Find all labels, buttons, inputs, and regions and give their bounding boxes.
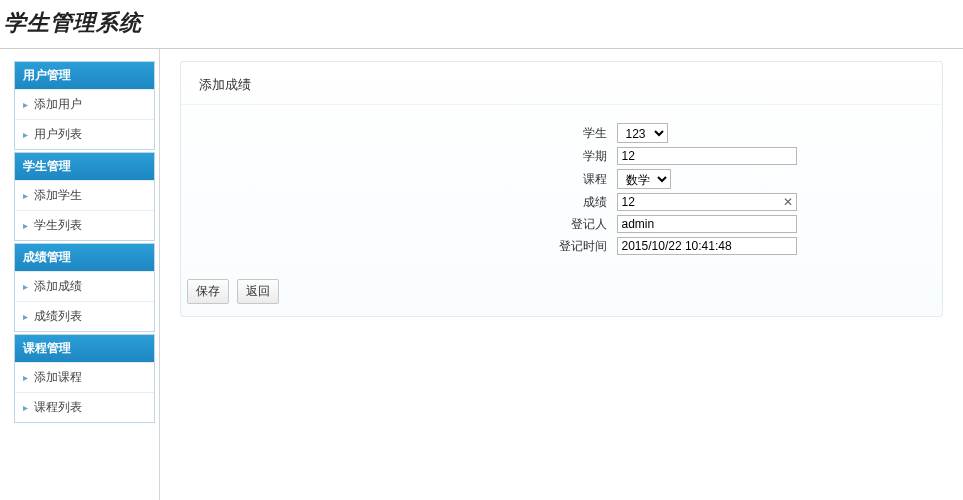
course-select[interactable]: 数学 xyxy=(617,169,671,189)
sidebar-item-label: 添加成绩 xyxy=(34,278,82,295)
sidebar-item-add-user[interactable]: ▸ 添加用户 xyxy=(15,89,154,119)
registrant-label: 登记人 xyxy=(317,216,617,233)
sidebar-group-score: 成绩管理 ▸ 添加成绩 ▸ 成绩列表 xyxy=(14,243,155,332)
sidebar-group-header-course: 课程管理 xyxy=(15,335,154,362)
sidebar-item-label: 学生列表 xyxy=(34,217,82,234)
panel-footer: 保存 返回 xyxy=(181,271,942,316)
chevron-right-icon: ▸ xyxy=(23,282,28,292)
sidebar-group-course: 课程管理 ▸ 添加课程 ▸ 课程列表 xyxy=(14,334,155,423)
sidebar: 用户管理 ▸ 添加用户 ▸ 用户列表 学生管理 ▸ 添加学生 ▸ 学生列表 成绩… xyxy=(0,49,160,500)
form-row-student: 学生 123 xyxy=(199,123,924,143)
sidebar-item-add-student[interactable]: ▸ 添加学生 xyxy=(15,180,154,210)
student-select[interactable]: 123 xyxy=(617,123,668,143)
form-row-regtime: 登记时间 xyxy=(199,237,924,255)
sidebar-group-header-score: 成绩管理 xyxy=(15,244,154,271)
chevron-right-icon: ▸ xyxy=(23,221,28,231)
panel-body: 学生 123 学期 课程 xyxy=(181,104,942,271)
app-title: 学生管理系统 xyxy=(4,8,959,38)
sidebar-item-label: 添加学生 xyxy=(34,187,82,204)
score-label: 成绩 xyxy=(317,194,617,211)
save-button[interactable]: 保存 xyxy=(187,279,229,304)
chevron-right-icon: ▸ xyxy=(23,191,28,201)
app-header: 学生管理系统 xyxy=(0,0,963,49)
course-label: 课程 xyxy=(317,171,617,188)
chevron-right-icon: ▸ xyxy=(23,100,28,110)
sidebar-group-header-user: 用户管理 xyxy=(15,62,154,89)
sidebar-item-course-list[interactable]: ▸ 课程列表 xyxy=(15,392,154,422)
sidebar-item-score-list[interactable]: ▸ 成绩列表 xyxy=(15,301,154,331)
sidebar-item-user-list[interactable]: ▸ 用户列表 xyxy=(15,119,154,149)
sidebar-item-label: 课程列表 xyxy=(34,399,82,416)
form-row-score: 成绩 ✕ xyxy=(199,193,924,211)
sidebar-item-label: 成绩列表 xyxy=(34,308,82,325)
sidebar-item-add-course[interactable]: ▸ 添加课程 xyxy=(15,362,154,392)
main-content: 添加成绩 学生 123 学期 课程 xyxy=(160,49,963,500)
term-input[interactable] xyxy=(617,147,797,165)
student-label: 学生 xyxy=(317,125,617,142)
panel-title: 添加成绩 xyxy=(181,62,942,104)
back-button[interactable]: 返回 xyxy=(237,279,279,304)
chevron-right-icon: ▸ xyxy=(23,403,28,413)
chevron-right-icon: ▸ xyxy=(23,312,28,322)
score-input[interactable] xyxy=(617,193,797,211)
main-layout: 用户管理 ▸ 添加用户 ▸ 用户列表 学生管理 ▸ 添加学生 ▸ 学生列表 成绩… xyxy=(0,49,963,500)
form-row-term: 学期 xyxy=(199,147,924,165)
term-label: 学期 xyxy=(317,148,617,165)
form-row-course: 课程 数学 xyxy=(199,169,924,189)
sidebar-item-student-list[interactable]: ▸ 学生列表 xyxy=(15,210,154,240)
sidebar-item-add-score[interactable]: ▸ 添加成绩 xyxy=(15,271,154,301)
chevron-right-icon: ▸ xyxy=(23,373,28,383)
sidebar-group-user: 用户管理 ▸ 添加用户 ▸ 用户列表 xyxy=(14,61,155,150)
clear-icon[interactable]: ✕ xyxy=(783,195,793,209)
regtime-input[interactable] xyxy=(617,237,797,255)
sidebar-group-header-student: 学生管理 xyxy=(15,153,154,180)
form-row-registrant: 登记人 xyxy=(199,215,924,233)
chevron-right-icon: ▸ xyxy=(23,130,28,140)
sidebar-item-label: 添加课程 xyxy=(34,369,82,386)
sidebar-group-student: 学生管理 ▸ 添加学生 ▸ 学生列表 xyxy=(14,152,155,241)
registrant-input[interactable] xyxy=(617,215,797,233)
regtime-label: 登记时间 xyxy=(317,238,617,255)
sidebar-item-label: 添加用户 xyxy=(34,96,82,113)
form-panel: 添加成绩 学生 123 学期 课程 xyxy=(180,61,943,317)
sidebar-item-label: 用户列表 xyxy=(34,126,82,143)
